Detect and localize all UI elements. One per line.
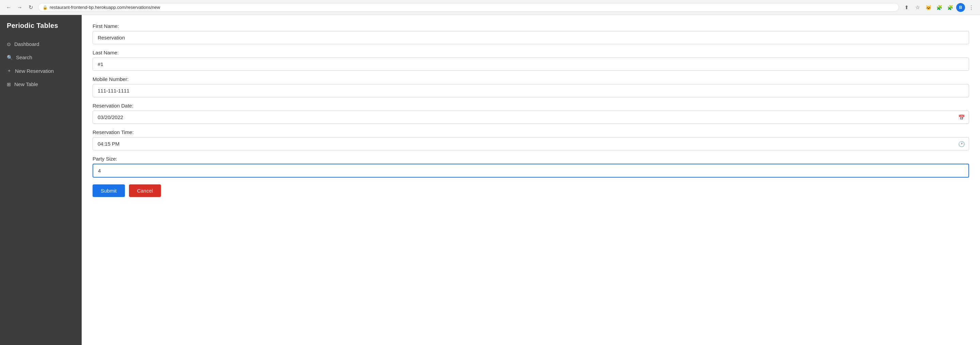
extension-puzzle-icon[interactable]: 🧩 — [945, 3, 955, 12]
menu-button[interactable]: ⋮ — [966, 3, 976, 12]
sidebar-label-search: Search — [16, 54, 32, 60]
share-button[interactable]: ⬆ — [902, 3, 911, 12]
forward-button[interactable]: → — [15, 3, 24, 12]
search-icon: 🔍 — [7, 55, 13, 60]
browser-actions: ⬆ ☆ 🐱 🧩 🧩 B ⋮ — [902, 3, 976, 12]
sidebar-item-dashboard[interactable]: ⊙ Dashboard — [0, 38, 82, 50]
app-container: Periodic Tables ⊙ Dashboard 🔍 Search ＋ N… — [0, 15, 980, 345]
dashboard-icon: ⊙ — [7, 41, 11, 47]
form-actions: Submit Cancel — [92, 184, 969, 197]
reservation-date-label: Reservation Date: — [92, 103, 969, 108]
party-size-input[interactable] — [92, 164, 969, 178]
sidebar-item-new-table[interactable]: ⊞ New Table — [0, 78, 82, 91]
last-name-group: Last Name: — [92, 50, 969, 71]
cancel-button[interactable]: Cancel — [129, 184, 161, 197]
browser-chrome: ← → ↻ 🔒 restaurant-frontend-bp.herokuapp… — [0, 0, 980, 15]
new-reservation-form: First Name: Last Name: Mobile Number: Re… — [92, 23, 969, 197]
back-button[interactable]: ← — [4, 3, 14, 12]
url-text: restaurant-frontend-bp.herokuapp.com/res… — [50, 5, 160, 10]
mobile-label: Mobile Number: — [92, 76, 969, 82]
last-name-input[interactable] — [92, 57, 969, 71]
sidebar-item-search[interactable]: 🔍 Search — [0, 51, 82, 64]
table-icon: ⊞ — [7, 82, 11, 87]
sidebar-label-new-table: New Table — [14, 81, 38, 87]
mobile-number-group: Mobile Number: — [92, 76, 969, 97]
address-bar[interactable]: 🔒 restaurant-frontend-bp.herokuapp.com/r… — [38, 3, 899, 11]
extension-icon-2[interactable]: 🧩 — [934, 3, 944, 12]
reservation-date-group: Reservation Date: 📅 — [92, 103, 969, 124]
user-avatar[interactable]: B — [956, 3, 965, 12]
sidebar-nav: ⊙ Dashboard 🔍 Search ＋ New Reservation ⊞… — [0, 38, 82, 91]
sidebar-item-new-reservation[interactable]: ＋ New Reservation — [0, 64, 82, 77]
mobile-input[interactable] — [92, 84, 969, 97]
main-content: First Name: Last Name: Mobile Number: Re… — [82, 15, 980, 345]
time-input-wrapper: 🕐 — [92, 137, 969, 150]
first-name-label: First Name: — [92, 23, 969, 29]
party-size-label: Party Size: — [92, 156, 969, 162]
reservation-time-label: Reservation Time: — [92, 129, 969, 135]
sidebar-label-new-reservation: New Reservation — [15, 68, 54, 74]
first-name-input[interactable] — [92, 31, 969, 44]
app-title: Periodic Tables — [0, 22, 82, 38]
sidebar: Periodic Tables ⊙ Dashboard 🔍 Search ＋ N… — [0, 15, 82, 345]
nav-buttons: ← → ↻ — [4, 3, 35, 12]
reload-button[interactable]: ↻ — [26, 3, 35, 12]
sidebar-label-dashboard: Dashboard — [14, 41, 39, 47]
reservation-time-group: Reservation Time: 🕐 — [92, 129, 969, 150]
party-size-group: Party Size: — [92, 156, 969, 178]
bookmark-button[interactable]: ☆ — [913, 3, 922, 12]
submit-button[interactable]: Submit — [92, 184, 125, 197]
plus-icon: ＋ — [7, 68, 11, 74]
date-input-wrapper: 📅 — [92, 111, 969, 124]
last-name-label: Last Name: — [92, 50, 969, 56]
first-name-group: First Name: — [92, 23, 969, 44]
reservation-time-input[interactable] — [92, 137, 969, 150]
reservation-date-input[interactable] — [92, 111, 969, 124]
extension-cat-icon[interactable]: 🐱 — [924, 3, 933, 12]
lock-icon: 🔒 — [43, 5, 48, 10]
